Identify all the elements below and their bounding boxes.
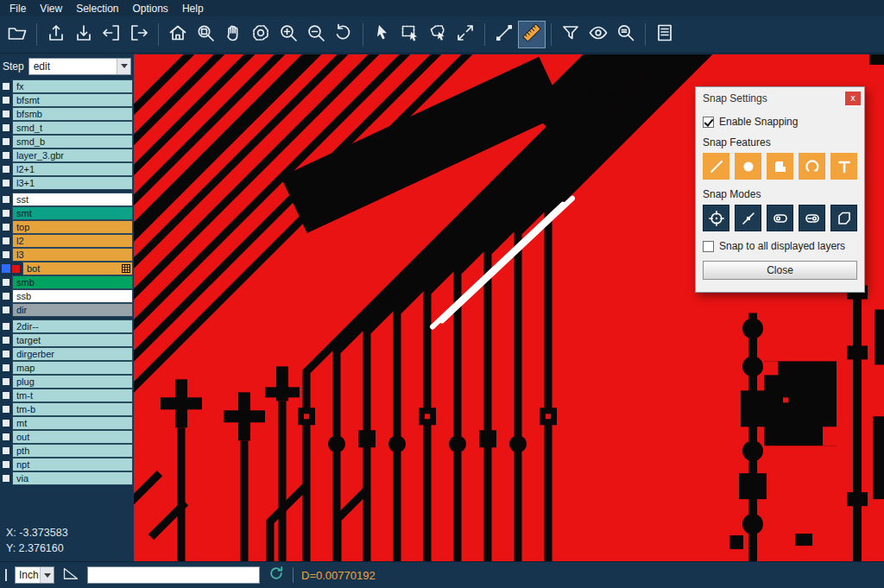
layer-visibility-checkbox[interactable] — [3, 111, 9, 117]
layer-row[interactable]: smt — [0, 206, 134, 220]
layer-row[interactable]: ssb — [0, 289, 134, 303]
refresh-icon[interactable] — [268, 565, 285, 585]
layer-visibility-checkbox[interactable] — [3, 307, 9, 313]
layer-row[interactable]: dirgerber — [0, 347, 134, 361]
layer-row[interactable]: 2dir-- — [0, 319, 134, 333]
layer-visibility-checkbox[interactable] — [3, 97, 9, 104]
select-reference-button[interactable] — [451, 21, 479, 48]
layer-label[interactable]: dir — [12, 303, 133, 317]
snap-all-layers-checkbox[interactable] — [703, 241, 714, 252]
layer-label[interactable]: npt — [12, 458, 133, 471]
snap-center-button[interactable] — [703, 205, 729, 231]
layer-visibility-checkbox[interactable] — [3, 475, 9, 482]
snap-text-button[interactable] — [830, 153, 857, 180]
layer-row[interactable]: out — [0, 430, 134, 444]
measure-tool-button[interactable] — [518, 21, 546, 48]
layer-visibility-checkbox[interactable] — [3, 323, 9, 330]
layer-row[interactable]: mt — [0, 416, 134, 430]
snap-outline-button[interactable] — [830, 205, 857, 231]
select-window-button[interactable] — [396, 21, 424, 48]
zoom-previous-button[interactable] — [330, 21, 357, 48]
layer-label[interactable]: out — [12, 430, 133, 444]
layer-label[interactable]: pth — [12, 444, 133, 458]
layer-label[interactable]: bfsmt — [12, 93, 133, 107]
layer-visibility-checkbox[interactable] — [3, 433, 9, 440]
layer-row-active[interactable]: bot — [0, 262, 134, 275]
layer-visibility-checkbox[interactable] — [3, 447, 9, 454]
layer-visibility-checkbox[interactable] — [3, 279, 9, 286]
filter-button[interactable] — [557, 21, 584, 48]
layer-visibility-checkbox[interactable] — [3, 420, 9, 427]
report-button[interactable] — [651, 21, 679, 48]
layer-row[interactable]: smb — [0, 275, 134, 289]
layer-label[interactable]: l2 — [12, 234, 133, 248]
layer-visibility-checkbox[interactable] — [3, 251, 9, 258]
command-input[interactable] — [87, 566, 260, 584]
layer-label[interactable]: dirgerber — [12, 347, 133, 361]
export-right-button[interactable] — [125, 21, 153, 48]
layer-visibility-checkbox[interactable] — [3, 406, 9, 413]
layer-label[interactable]: ssb — [12, 289, 133, 303]
layer-row[interactable]: bfsmt — [0, 93, 134, 107]
zoom-window-button[interactable] — [192, 21, 219, 48]
layer-visibility-checkbox[interactable] — [3, 166, 9, 173]
layer-row[interactable]: l3 — [0, 248, 134, 262]
zoom-polygon-button[interactable] — [247, 21, 275, 48]
menu-options[interactable]: Options — [126, 1, 175, 16]
layer-visibility-checkbox[interactable] — [3, 124, 9, 131]
zoom-out-button[interactable] — [302, 21, 330, 48]
select-button[interactable] — [369, 21, 396, 48]
enable-snapping-row[interactable]: Enable Snapping — [703, 116, 857, 128]
layer-visibility-checkbox[interactable] — [3, 237, 9, 244]
layer-label[interactable]: tm-t — [12, 389, 133, 402]
layer-row[interactable]: target — [0, 333, 134, 347]
layer-visibility-checkbox[interactable] — [3, 293, 9, 300]
layer-label[interactable]: fx — [12, 79, 133, 93]
menu-help[interactable]: Help — [175, 1, 211, 16]
layer-row[interactable]: l2 — [0, 234, 134, 248]
pan-button[interactable] — [219, 21, 247, 48]
layer-visibility-checkbox[interactable] — [3, 392, 9, 399]
snap-key-button[interactable] — [799, 205, 825, 231]
layer-label[interactable]: bfsmb — [12, 107, 133, 121]
layer-row[interactable]: dir — [0, 303, 134, 317]
layer-row[interactable]: smd_t — [0, 121, 134, 135]
layer-visibility-checkbox[interactable] — [3, 378, 9, 385]
snap-line-button[interactable] — [703, 153, 729, 180]
enable-snapping-checkbox[interactable] — [703, 117, 714, 128]
snap-all-layers-row[interactable]: Snap to all displayed layers — [703, 240, 857, 252]
home-view-button[interactable] — [164, 21, 192, 48]
layer-row[interactable]: bfsmb — [0, 107, 134, 121]
menu-selection[interactable]: Selection — [69, 1, 125, 16]
snap-surface-button[interactable] — [767, 153, 793, 180]
layer-label[interactable]: map — [12, 361, 133, 375]
layer-row[interactable]: l2+1 — [0, 162, 134, 176]
layer-row[interactable]: top — [0, 220, 134, 234]
snap-slot-button[interactable] — [767, 205, 793, 231]
snap-point-on-line-button[interactable] — [735, 205, 761, 231]
layer-label[interactable]: target — [12, 333, 133, 347]
layer-row[interactable]: tm-b — [0, 402, 134, 416]
layer-label[interactable]: mt — [12, 416, 133, 430]
load-top-button[interactable] — [42, 21, 70, 48]
active-layer-indicator[interactable] — [2, 264, 10, 273]
import-left-button[interactable] — [98, 21, 125, 48]
layer-row[interactable]: plug — [0, 375, 134, 389]
layer-label[interactable]: tm-b — [12, 402, 133, 416]
layer-row[interactable]: smd_b — [0, 135, 134, 149]
layer-label[interactable]: l3+1 — [12, 176, 133, 190]
layer-label[interactable]: bot — [22, 262, 133, 275]
layer-color-swatch[interactable] — [12, 265, 20, 273]
layer-label[interactable]: smd_b — [12, 135, 133, 149]
snap-arc-button[interactable] — [799, 153, 825, 180]
line-tool-button[interactable] — [490, 21, 518, 48]
layer-visibility-checkbox[interactable] — [3, 364, 9, 371]
chevron-down-icon[interactable] — [117, 59, 130, 74]
layer-row[interactable]: fx — [0, 79, 134, 93]
close-button[interactable]: Close — [703, 261, 857, 280]
layer-visibility-checkbox[interactable] — [3, 83, 9, 90]
display-options-button[interactable] — [584, 21, 612, 48]
chevron-down-icon[interactable] — [40, 567, 54, 583]
layer-visibility-checkbox[interactable] — [3, 461, 9, 468]
snap-pad-button[interactable] — [735, 153, 761, 180]
